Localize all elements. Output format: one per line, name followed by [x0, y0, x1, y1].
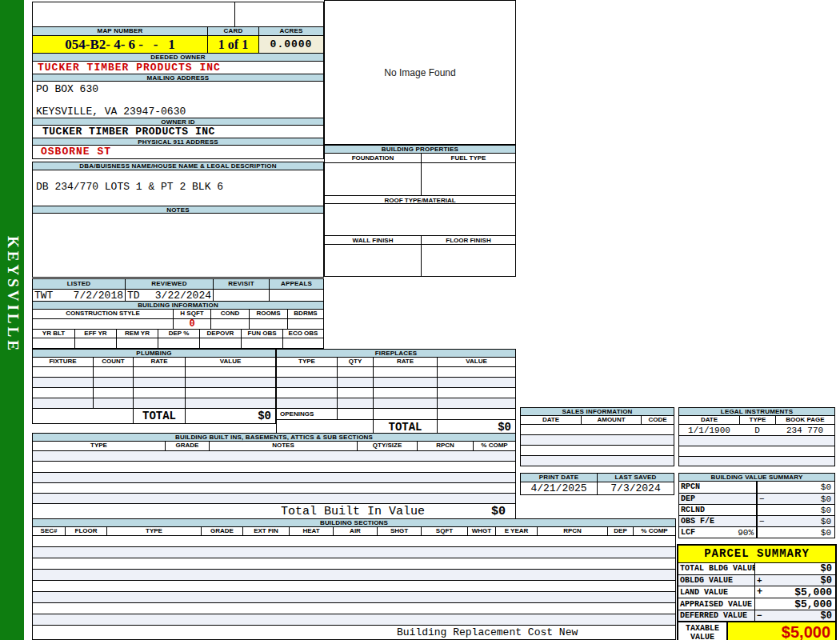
bvs-op	[758, 505, 770, 515]
mailing-address-value: PO BOX 630 KEYSVILLE, VA 23947-0630	[33, 82, 323, 118]
bvs-op	[758, 482, 770, 493]
parcel-row: LAND VALUE + $5,000	[678, 586, 835, 598]
parcel-row: APPRAISED VALUE $5,000	[678, 598, 835, 610]
construction-style-label: CONSTRUCTION STYLE	[33, 310, 173, 318]
depovr-label: DEPOVR	[199, 330, 241, 338]
listed-date: 7/2/2018	[74, 290, 123, 302]
grade-label: GRADE	[201, 527, 242, 535]
bvs-value: $0	[770, 505, 834, 515]
plumbing-title: PLUMBING	[33, 350, 275, 358]
bvs-label: OBS F/E	[679, 516, 756, 526]
bookpage-label: BOOK PAGE	[775, 416, 834, 424]
type-label: TYPE	[739, 416, 775, 424]
parcel-label: APPRAISED VALUE	[678, 598, 754, 610]
parcel-value: $0	[768, 563, 835, 574]
bvs-value-cell: $0	[756, 482, 834, 493]
bvs-label: LCF	[679, 527, 695, 538]
bvs-value-cell: − $0	[756, 494, 834, 504]
ecoobs-label: ECO OBS	[282, 330, 323, 338]
legal-description-value: DB 234/770 LOTS 1 & PT 2 BLK 6	[33, 170, 323, 193]
bdrms-label: BDRMS	[287, 310, 323, 318]
openings-label: OPENINGS	[277, 409, 337, 419]
parcel-value-cell: − $0	[754, 610, 835, 621]
parcel-label: LAND VALUE	[678, 586, 754, 598]
wall-finish-value	[325, 245, 421, 276]
physical-address-label: PHYSICAL 911 ADDRESS	[33, 138, 323, 146]
parcel-op: −	[755, 610, 768, 621]
plumbing-block: PLUMBING FIXTURE COUNT RATE VALUE TOTAL …	[32, 349, 276, 424]
bvs-op: −	[758, 494, 770, 504]
bvs-value-cell: $0	[756, 527, 834, 538]
parcel-op	[755, 598, 768, 610]
reviewed-label: REVIEWED	[125, 279, 213, 289]
bdrms-value	[287, 319, 323, 329]
owner-id-label: OWNER ID	[33, 118, 323, 126]
bvs-lcf-pct: 90%	[738, 527, 756, 538]
parcel-label: OBLDG VALUE	[678, 575, 754, 586]
fireplaces-title: FIREPLACES	[277, 350, 515, 358]
taxable-row: TAXABLE VALUE $5,000	[678, 621, 835, 640]
building-sections-footer: Building Replacement Cost New	[33, 625, 675, 639]
bvs-label: RPCN	[679, 482, 756, 493]
building-properties-title: BUILDING PROPERTIES	[325, 146, 515, 154]
table-row	[33, 461, 515, 472]
fireplaces-block: FIREPLACES TYPE QTY RATE VALUE OPENINGS …	[276, 349, 516, 434]
table-row	[33, 493, 515, 503]
county-title-cell: Charlotte County Virginia Commissioner o…	[33, 2, 234, 26]
type-label: TYPE	[106, 527, 201, 535]
value-label: VALUE	[437, 358, 515, 366]
last-saved-label: LAST SAVED	[597, 474, 674, 482]
reviewed-date: 3/22/2024	[155, 290, 211, 302]
table-row	[33, 450, 515, 461]
table-row	[33, 558, 675, 569]
mailing-address-label: MAILING ADDRESS	[33, 74, 323, 82]
reviewed-value: TD3/22/2024	[125, 290, 213, 302]
table-row	[33, 546, 675, 558]
listed-label: LISTED	[33, 279, 125, 289]
map-number-value: 054-B2- 4- 6 - - 1	[33, 36, 207, 53]
building-information-block: BUILDING INFORMATION CONSTRUCTION STYLE …	[32, 301, 324, 349]
owner-id-value: TUCKER TIMBER PRODUCTS INC	[33, 126, 323, 138]
header-block: Charlotte County Virginia Commissioner o…	[32, 2, 324, 54]
table-row	[33, 398, 275, 408]
table-row	[679, 456, 834, 466]
bvs-value-cell: $0	[756, 505, 834, 515]
parcel-op: +	[755, 586, 768, 598]
district-sidebar: KEYSVILLE	[0, 0, 24, 640]
plumbing-total-row: TOTAL $0	[33, 408, 275, 423]
date-label: DATE	[521, 416, 581, 424]
bvs-label: DEP	[679, 494, 756, 504]
built-ins-total-value: $0	[425, 504, 515, 519]
floor-finish-value	[421, 245, 515, 276]
bvs-op: −	[758, 516, 770, 526]
legal-bookpage: 234 770	[775, 425, 834, 435]
table-row	[521, 424, 674, 434]
foundation-value	[325, 163, 421, 195]
legal-type: D	[739, 425, 775, 435]
air-label: AIR	[333, 527, 377, 535]
qty-label: QTY	[337, 358, 373, 366]
table-row	[679, 435, 834, 446]
visits-block: LISTED REVIEWED REVISIT APPEALS TWT7/2/2…	[32, 278, 324, 302]
cond-label: COND	[210, 310, 249, 318]
building-sections-block: BUILDING SECTIONS SEC# FLOOR TYPE GRADE …	[32, 518, 676, 640]
legal-instrument-row: 1/1/1900 D 234 770	[679, 424, 834, 435]
legal-description-label: DBA/BUISNESS NAME/HOUSE NAME & LEGAL DES…	[33, 162, 323, 170]
table-row	[33, 377, 275, 387]
notes-label: NOTES	[33, 206, 323, 214]
table-row	[33, 569, 675, 580]
card-label: CARD	[207, 27, 258, 35]
no-image-text: No Image Found	[325, 1, 515, 78]
building-value-summary-block: BUILDING VALUE SUMMARY RPCN $0 DEP − $0 …	[678, 473, 835, 538]
fuel-type-label: FUEL TYPE	[421, 154, 515, 162]
parcel-row: TOTAL BLDG VALUE $0	[678, 563, 835, 574]
table-row	[521, 445, 674, 455]
parcel-value-cell: $0	[754, 563, 835, 574]
table-row	[33, 366, 275, 377]
table-row	[33, 614, 675, 625]
construction-style-value	[33, 319, 173, 329]
bvs-op	[758, 527, 770, 538]
fireplaces-total-value: $0	[437, 420, 515, 434]
type-label: TYPE	[33, 442, 165, 450]
count-label: COUNT	[93, 358, 133, 366]
